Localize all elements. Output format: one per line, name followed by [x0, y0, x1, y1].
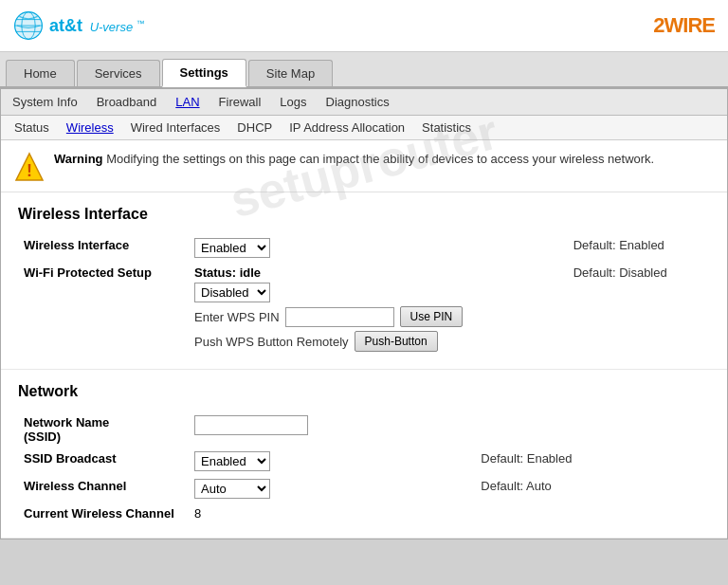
table-row: Wireless Channel Auto 123 456 789 1011 D…	[18, 475, 710, 503]
wireless-interface-control: Enabled Disabled	[189, 234, 568, 262]
sec-nav-broadband[interactable]: Broadband	[97, 95, 157, 109]
ssid-broadcast-label: SSID Broadcast	[18, 448, 189, 475]
ssid-broadcast-control: Enabled Disabled	[189, 448, 475, 475]
att-text: at&t	[49, 16, 82, 35]
table-row: Wireless Interface Enabled Disabled Defa…	[18, 234, 710, 262]
push-button[interactable]: Push-Button	[355, 331, 438, 352]
sec-nav-lan[interactable]: LAN	[175, 95, 199, 109]
current-channel-value: 8	[189, 503, 475, 524]
wps-pin-input[interactable]	[285, 307, 394, 327]
att-brand: at&t U-verse ™	[49, 16, 145, 36]
ssid-broadcast-default: Default: Enabled	[475, 448, 710, 475]
att-logo: at&t U-verse ™	[13, 10, 145, 41]
wps-default: Default: Disabled	[568, 262, 710, 356]
main-nav-home[interactable]: Home	[6, 60, 75, 86]
header: at&t U-verse ™ 2WIRE	[0, 0, 728, 52]
warning-title: Warning	[54, 152, 103, 166]
current-channel-default	[475, 503, 710, 524]
twowire-logo: 2WIRE	[653, 13, 715, 38]
wireless-channel-label: Wireless Channel	[18, 475, 189, 503]
wireless-interface-table: Wireless Interface Enabled Disabled Defa…	[18, 234, 710, 356]
push-button-label: Push WPS Button Remotely	[194, 335, 349, 349]
wifi-protected-label: Wi-Fi Protected Setup	[18, 262, 189, 356]
network-table: Network Name(SSID) SSID Broadcast Enable…	[18, 411, 710, 524]
use-pin-button[interactable]: Use PIN	[400, 306, 464, 327]
svg-text:!: !	[27, 161, 32, 180]
warning-icon: !	[14, 152, 45, 182]
table-row: Wi-Fi Protected Setup Status: idle Disab…	[18, 262, 710, 356]
main-nav: Home Services Settings Site Map	[0, 52, 728, 88]
warning-box: ! Warning Modifying the settings on this…	[1, 140, 727, 192]
wireless-interface-default: Default: Enabled	[568, 234, 710, 262]
wireless-channel-control: Auto 123 456 789 1011	[189, 475, 475, 503]
sec-nav-diagnostics[interactable]: Diagnostics	[326, 95, 390, 109]
ter-nav-status[interactable]: Status	[14, 120, 49, 135]
network-name-control	[189, 411, 475, 448]
main-nav-settings[interactable]: Settings	[162, 59, 246, 87]
main-nav-services[interactable]: Services	[77, 60, 160, 86]
main-nav-sitemap[interactable]: Site Map	[248, 60, 333, 86]
push-button-row: Push WPS Button Remotely Push-Button	[194, 331, 562, 352]
wifi-protected-control: Status: idle Disabled Enabled Enter WPS …	[189, 262, 568, 356]
wireless-channel-default: Default: Auto	[475, 475, 710, 503]
network-section: Network Network Name(SSID) SSID Broadcas…	[1, 370, 727, 539]
ssid-input[interactable]	[194, 415, 308, 435]
current-channel-label: Current Wireless Channel	[18, 503, 189, 524]
tertiary-nav: Status Wireless Wired Interfaces DHCP IP…	[1, 116, 727, 140]
current-channel-number: 8	[194, 506, 201, 521]
sec-nav-logs[interactable]: Logs	[280, 95, 306, 109]
ter-nav-statistics[interactable]: Statistics	[422, 120, 471, 135]
warning-text: Warning Modifying the settings on this p…	[54, 150, 654, 169]
table-row: SSID Broadcast Enabled Disabled Default:…	[18, 448, 710, 475]
wireless-interface-label: Wireless Interface	[18, 234, 189, 262]
network-name-label: Network Name(SSID)	[18, 411, 189, 448]
ter-nav-dhcp[interactable]: DHCP	[237, 120, 272, 135]
table-row: Network Name(SSID)	[18, 411, 710, 448]
wireless-interface-section: Wireless Interface Wireless Interface En…	[1, 192, 727, 370]
wps-pin-row: Enter WPS PIN Use PIN	[194, 306, 562, 327]
content-area: System Info Broadband LAN Firewall Logs …	[0, 88, 728, 539]
sec-nav-systeminfo[interactable]: System Info	[12, 95, 78, 109]
ter-nav-ipalloc[interactable]: IP Address Allocation	[289, 120, 405, 135]
wireless-interface-select[interactable]: Enabled Disabled	[194, 238, 270, 258]
uverse-text: U-verse	[90, 20, 134, 34]
ter-nav-wireless[interactable]: Wireless	[66, 120, 114, 135]
warning-body: Modifying the settings on this page can …	[106, 152, 654, 166]
ter-nav-wired[interactable]: Wired Interfaces	[131, 120, 221, 135]
wireless-channel-select[interactable]: Auto 123 456 789 1011	[194, 479, 270, 499]
att-globe-icon	[13, 10, 44, 41]
network-title: Network	[18, 383, 710, 400]
sec-nav-firewall[interactable]: Firewall	[219, 95, 262, 109]
network-name-default	[475, 411, 710, 448]
wireless-interface-title: Wireless Interface	[18, 206, 710, 223]
wps-status: Status: idle	[194, 265, 562, 280]
wps-pin-label: Enter WPS PIN	[194, 310, 280, 324]
ssid-broadcast-select[interactable]: Enabled Disabled	[194, 451, 270, 471]
table-row: Current Wireless Channel 8	[18, 503, 710, 524]
secondary-nav: System Info Broadband LAN Firewall Logs …	[1, 89, 727, 116]
wps-select[interactable]: Disabled Enabled	[194, 283, 270, 302]
